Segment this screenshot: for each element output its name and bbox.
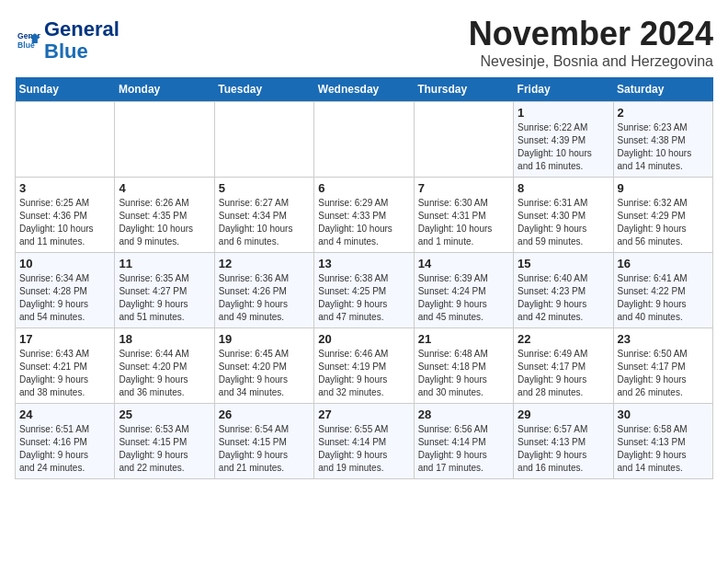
- month-title: November 2024: [469, 15, 713, 53]
- calendar-cell: [115, 102, 214, 178]
- logo-text-line1: General: [44, 18, 119, 40]
- day-info: Sunrise: 6:32 AMSunset: 4:29 PMDaylight:…: [618, 198, 688, 247]
- weekday-header: Tuesday: [214, 77, 313, 102]
- day-number: 16: [618, 257, 709, 270]
- calendar-cell: [414, 102, 513, 178]
- day-info: Sunrise: 6:56 AMSunset: 4:14 PMDaylight:…: [418, 424, 488, 473]
- day-number: 2: [618, 106, 709, 120]
- weekday-header: Thursday: [414, 77, 513, 102]
- calendar-week-row: 24Sunrise: 6:51 AMSunset: 4:16 PMDayligh…: [16, 404, 713, 479]
- logo-icon: General Blue: [15, 28, 40, 53]
- calendar-cell: 17Sunrise: 6:43 AMSunset: 4:21 PMDayligh…: [16, 328, 115, 404]
- day-number: 23: [618, 332, 709, 346]
- day-number: 13: [318, 257, 409, 270]
- weekday-header: Sunday: [16, 77, 115, 102]
- day-info: Sunrise: 6:25 AMSunset: 4:36 PMDaylight:…: [19, 198, 94, 247]
- day-info: Sunrise: 6:41 AMSunset: 4:22 PMDaylight:…: [618, 273, 688, 322]
- logo: General Blue General Blue: [15, 18, 119, 63]
- day-info: Sunrise: 6:46 AMSunset: 4:19 PMDaylight:…: [318, 349, 388, 397]
- day-number: 17: [19, 332, 110, 346]
- calendar-cell: 27Sunrise: 6:55 AMSunset: 4:14 PMDayligh…: [314, 404, 414, 479]
- header: General Blue General Blue November 2024 …: [15, 15, 713, 70]
- day-info: Sunrise: 6:26 AMSunset: 4:35 PMDaylight:…: [119, 198, 193, 247]
- calendar-week-row: 1Sunrise: 6:22 AMSunset: 4:39 PMDaylight…: [16, 102, 713, 178]
- calendar-cell: 7Sunrise: 6:30 AMSunset: 4:31 PMDaylight…: [414, 178, 513, 253]
- day-info: Sunrise: 6:38 AMSunset: 4:25 PMDaylight:…: [318, 273, 388, 322]
- day-number: 19: [219, 332, 310, 346]
- day-number: 27: [318, 408, 409, 421]
- day-number: 5: [219, 181, 310, 195]
- day-number: 30: [618, 408, 709, 421]
- calendar-cell: [314, 102, 414, 178]
- calendar-cell: [16, 102, 115, 178]
- day-info: Sunrise: 6:58 AMSunset: 4:13 PMDaylight:…: [618, 424, 688, 473]
- weekday-row: SundayMondayTuesdayWednesdayThursdayFrid…: [16, 77, 713, 102]
- day-number: 28: [418, 408, 509, 421]
- day-info: Sunrise: 6:55 AMSunset: 4:14 PMDaylight:…: [318, 424, 388, 473]
- day-info: Sunrise: 6:29 AMSunset: 4:33 PMDaylight:…: [318, 198, 392, 247]
- calendar-body: 1Sunrise: 6:22 AMSunset: 4:39 PMDaylight…: [16, 102, 713, 479]
- day-info: Sunrise: 6:50 AMSunset: 4:17 PMDaylight:…: [618, 349, 688, 397]
- day-number: 1: [518, 106, 609, 120]
- day-info: Sunrise: 6:23 AMSunset: 4:38 PMDaylight:…: [618, 122, 692, 171]
- calendar-cell: 24Sunrise: 6:51 AMSunset: 4:16 PMDayligh…: [16, 404, 115, 479]
- day-number: 8: [518, 181, 609, 195]
- day-info: Sunrise: 6:36 AMSunset: 4:26 PMDaylight:…: [219, 273, 289, 322]
- calendar-cell: 8Sunrise: 6:31 AMSunset: 4:30 PMDaylight…: [514, 178, 613, 253]
- day-number: 3: [19, 181, 110, 195]
- calendar-cell: 10Sunrise: 6:34 AMSunset: 4:28 PMDayligh…: [16, 253, 115, 328]
- calendar-header: SundayMondayTuesdayWednesdayThursdayFrid…: [16, 77, 713, 102]
- day-info: Sunrise: 6:22 AMSunset: 4:39 PMDaylight:…: [518, 122, 592, 171]
- calendar-cell: 4Sunrise: 6:26 AMSunset: 4:35 PMDaylight…: [115, 178, 214, 253]
- day-number: 12: [219, 257, 310, 270]
- day-info: Sunrise: 6:35 AMSunset: 4:27 PMDaylight:…: [119, 273, 188, 322]
- calendar-cell: 6Sunrise: 6:29 AMSunset: 4:33 PMDaylight…: [314, 178, 414, 253]
- calendar-cell: 12Sunrise: 6:36 AMSunset: 4:26 PMDayligh…: [214, 253, 313, 328]
- calendar-cell: 23Sunrise: 6:50 AMSunset: 4:17 PMDayligh…: [613, 328, 712, 404]
- calendar-cell: 19Sunrise: 6:45 AMSunset: 4:20 PMDayligh…: [214, 328, 313, 404]
- calendar-cell: 14Sunrise: 6:39 AMSunset: 4:24 PMDayligh…: [414, 253, 513, 328]
- day-info: Sunrise: 6:53 AMSunset: 4:15 PMDaylight:…: [119, 424, 188, 473]
- day-number: 10: [19, 257, 110, 270]
- day-info: Sunrise: 6:54 AMSunset: 4:15 PMDaylight:…: [219, 424, 289, 473]
- weekday-header: Saturday: [613, 77, 712, 102]
- calendar-cell: 3Sunrise: 6:25 AMSunset: 4:36 PMDaylight…: [16, 178, 115, 253]
- day-number: 15: [518, 257, 609, 270]
- day-number: 26: [219, 408, 310, 421]
- day-number: 21: [418, 332, 509, 346]
- logo-text-line2: Blue: [44, 40, 119, 63]
- day-number: 24: [19, 408, 110, 421]
- day-number: 29: [518, 408, 609, 421]
- day-info: Sunrise: 6:43 AMSunset: 4:21 PMDaylight:…: [19, 349, 89, 397]
- day-number: 6: [318, 181, 409, 195]
- day-number: 4: [119, 181, 210, 195]
- title-block: November 2024 Nevesinje, Bosnia and Herz…: [469, 15, 713, 70]
- calendar-cell: 18Sunrise: 6:44 AMSunset: 4:20 PMDayligh…: [115, 328, 214, 404]
- day-number: 25: [119, 408, 210, 421]
- day-info: Sunrise: 6:27 AMSunset: 4:34 PMDaylight:…: [219, 198, 293, 247]
- day-info: Sunrise: 6:39 AMSunset: 4:24 PMDaylight:…: [418, 273, 488, 322]
- calendar-cell: 25Sunrise: 6:53 AMSunset: 4:15 PMDayligh…: [115, 404, 214, 479]
- day-info: Sunrise: 6:44 AMSunset: 4:20 PMDaylight:…: [119, 349, 188, 397]
- calendar-cell: 5Sunrise: 6:27 AMSunset: 4:34 PMDaylight…: [214, 178, 313, 253]
- calendar-cell: 26Sunrise: 6:54 AMSunset: 4:15 PMDayligh…: [214, 404, 313, 479]
- calendar-cell: 29Sunrise: 6:57 AMSunset: 4:13 PMDayligh…: [514, 404, 613, 479]
- day-number: 18: [119, 332, 210, 346]
- day-info: Sunrise: 6:31 AMSunset: 4:30 PMDaylight:…: [518, 198, 587, 247]
- calendar-cell: 28Sunrise: 6:56 AMSunset: 4:14 PMDayligh…: [414, 404, 513, 479]
- calendar-cell: [214, 102, 313, 178]
- day-info: Sunrise: 6:40 AMSunset: 4:23 PMDaylight:…: [518, 273, 587, 322]
- calendar-cell: 22Sunrise: 6:49 AMSunset: 4:17 PMDayligh…: [514, 328, 613, 404]
- calendar-cell: 2Sunrise: 6:23 AMSunset: 4:38 PMDaylight…: [613, 102, 712, 178]
- location: Nevesinje, Bosnia and Herzegovina: [469, 53, 713, 70]
- calendar-cell: 13Sunrise: 6:38 AMSunset: 4:25 PMDayligh…: [314, 253, 414, 328]
- day-info: Sunrise: 6:30 AMSunset: 4:31 PMDaylight:…: [418, 198, 493, 247]
- day-number: 11: [119, 257, 210, 270]
- day-info: Sunrise: 6:57 AMSunset: 4:13 PMDaylight:…: [518, 424, 587, 473]
- weekday-header: Monday: [115, 77, 214, 102]
- day-info: Sunrise: 6:48 AMSunset: 4:18 PMDaylight:…: [418, 349, 488, 397]
- calendar-week-row: 10Sunrise: 6:34 AMSunset: 4:28 PMDayligh…: [16, 253, 713, 328]
- day-info: Sunrise: 6:49 AMSunset: 4:17 PMDaylight:…: [518, 349, 587, 397]
- calendar-cell: 16Sunrise: 6:41 AMSunset: 4:22 PMDayligh…: [613, 253, 712, 328]
- day-number: 22: [518, 332, 609, 346]
